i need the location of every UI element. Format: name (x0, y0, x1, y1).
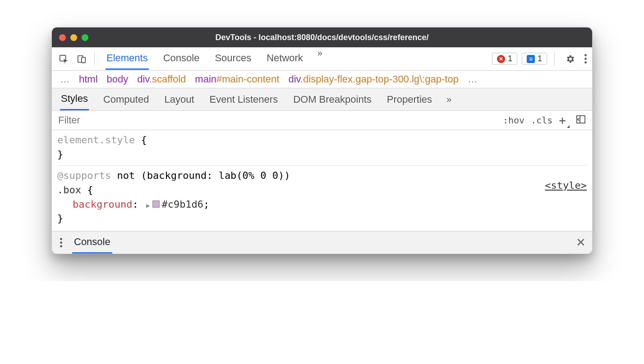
main-toolbar: Elements Console Sources Network » ✕ 1 ≡… (52, 47, 592, 71)
style-rule-box[interactable]: <style> @supports not (background: lab(0… (57, 165, 587, 226)
tab-sources[interactable]: Sources (214, 48, 252, 70)
filter-actions: :hov .cls + (497, 114, 592, 127)
issues-badge[interactable]: ≡ 1 (522, 53, 547, 65)
maximize-window-button[interactable] (82, 34, 88, 41)
computed-panel-toggle-icon[interactable] (576, 115, 586, 126)
issue-count: 1 (538, 54, 542, 64)
tab-console[interactable]: Console (162, 48, 201, 70)
breadcrumb-item[interactable]: body (107, 73, 129, 85)
hov-toggle[interactable]: :hov (503, 115, 524, 126)
subtab-event-listeners[interactable]: Event Listeners (209, 89, 279, 110)
toolbar-right: ✕ 1 ≡ 1 (492, 51, 589, 67)
errors-badge[interactable]: ✕ 1 (492, 53, 517, 65)
drawer-menu-icon[interactable] (58, 236, 64, 249)
separator (554, 52, 555, 66)
svg-rect-2 (82, 57, 85, 63)
breadcrumb-item[interactable]: html (79, 73, 98, 85)
color-swatch[interactable] (152, 200, 160, 208)
rule-selector: .box (57, 184, 81, 196)
css-property-value[interactable]: #c9b1d6 (161, 199, 203, 210)
panel-tabs: Elements Console Sources Network » (106, 48, 490, 70)
dom-breadcrumb: … html body div.scaffold main#main-conte… (52, 71, 592, 88)
styles-pane: element.style { } <style> @supports not … (52, 130, 592, 231)
breadcrumb-item[interactable]: div.scaffold (137, 73, 186, 85)
window-title: DevTools - localhost:8080/docs/devtools/… (59, 33, 585, 42)
breadcrumb-ellipsis-right[interactable]: … (468, 73, 478, 85)
style-rule-element[interactable]: element.style { } (57, 133, 587, 162)
error-count: 1 (508, 54, 512, 64)
devtools-window: DevTools - localhost:8080/docs/devtools/… (51, 27, 593, 254)
at-rule: @supports (57, 170, 111, 181)
tab-network[interactable]: Network (266, 48, 304, 70)
cls-toggle[interactable]: .cls (531, 115, 552, 126)
breadcrumb-item[interactable]: div.display-flex.gap-top-300.lg\:gap-top (288, 73, 459, 85)
new-style-rule-button[interactable]: + (559, 114, 570, 127)
tab-elements[interactable]: Elements (106, 48, 149, 70)
at-rule-condition: not (background: lab(0% 0 0)) (111, 170, 290, 181)
breadcrumb-item[interactable]: main#main-content (195, 73, 279, 85)
minimize-window-button[interactable] (70, 34, 77, 41)
styles-filter-input[interactable] (52, 111, 497, 130)
rule-source-link[interactable]: <style> (545, 178, 587, 193)
error-icon: ✕ (497, 55, 505, 63)
more-tabs-icon[interactable]: » (317, 48, 321, 70)
subtab-layout[interactable]: Layout (163, 89, 195, 110)
close-window-button[interactable] (59, 34, 66, 41)
separator (94, 52, 95, 66)
styles-filter-bar: :hov .cls + (52, 111, 592, 130)
inspect-element-icon[interactable] (55, 51, 72, 67)
breadcrumb-ellipsis-left[interactable]: … (60, 73, 70, 85)
expand-longhand-icon[interactable]: ▶ (146, 201, 150, 210)
rule-selector: element.style (57, 134, 135, 146)
subtab-properties[interactable]: Properties (386, 89, 433, 110)
device-toggle-icon[interactable] (74, 51, 90, 67)
subtab-styles[interactable]: Styles (60, 88, 89, 110)
subtab-dom-breakpoints[interactable]: DOM Breakpoints (292, 89, 373, 110)
close-drawer-icon[interactable]: ✕ (576, 236, 586, 250)
more-options-icon[interactable] (583, 52, 589, 65)
settings-icon[interactable] (562, 51, 578, 67)
issue-icon: ≡ (527, 55, 535, 63)
console-drawer: Console ✕ (52, 231, 592, 254)
traffic-lights (59, 34, 88, 41)
css-property-name[interactable]: background (73, 199, 132, 210)
styles-subtabs: Styles Computed Layout Event Listeners D… (52, 88, 592, 111)
subtab-computed[interactable]: Computed (102, 89, 150, 110)
drawer-tab-console[interactable]: Console (72, 232, 112, 254)
more-subtabs-icon[interactable]: » (446, 94, 450, 105)
titlebar: DevTools - localhost:8080/docs/devtools/… (52, 27, 592, 47)
